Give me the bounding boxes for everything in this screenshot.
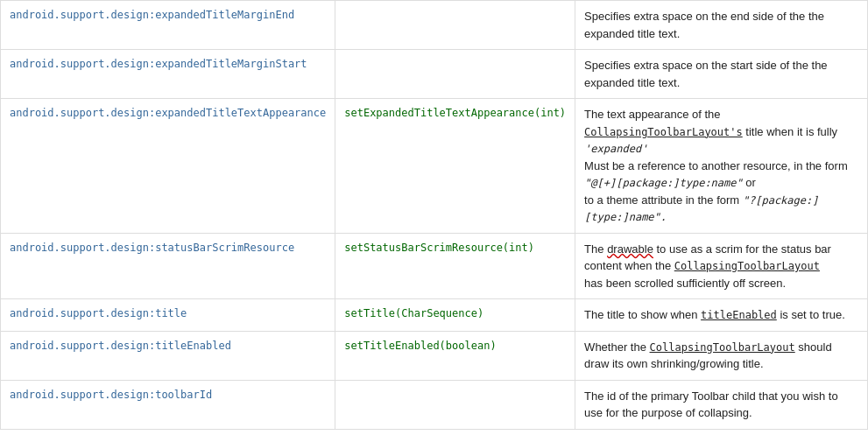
method-cell <box>335 380 575 429</box>
attribute-link[interactable]: android.support.design:title <box>10 307 187 319</box>
attribute-link[interactable]: android.support.design:statusBarScrimRes… <box>10 242 294 254</box>
attribute-link[interactable]: android.support.design:expandedTitleMarg… <box>10 58 307 70</box>
method-cell: setExpandedTitleTextAppearance(int) <box>335 99 575 234</box>
table-row: android.support.design:expandedTitleMarg… <box>1 1 868 50</box>
attribute-cell: android.support.design:expandedTitleMarg… <box>1 1 335 50</box>
description-cell: The title to show when titleEnabled is s… <box>575 299 868 332</box>
description-text: Specifies extra space on the start side … <box>584 57 858 91</box>
attribute-cell: android.support.design:expandedTitleText… <box>1 99 335 234</box>
table-row: android.support.design:titleEnabledsetTi… <box>1 331 868 380</box>
table-row: android.support.design:expandedTitleText… <box>1 99 868 234</box>
attribute-cell: android.support.design:title <box>1 299 335 332</box>
description-cell: The id of the primary Toolbar child that… <box>575 380 868 429</box>
description-text: The drawable to use as a scrim for the s… <box>584 241 858 292</box>
table-row: android.support.design:toolbarIdThe id o… <box>1 380 868 429</box>
attribute-cell: android.support.design:toolbarId <box>1 380 335 429</box>
attribute-link[interactable]: android.support.design:expandedTitleMarg… <box>10 9 294 21</box>
attribute-cell: android.support.design:expandedTitleMarg… <box>1 50 335 99</box>
description-cell: Whether the CollapsingToolbarLayout shou… <box>575 331 868 380</box>
method-cell <box>335 1 575 50</box>
method-cell: setTitleEnabled(boolean) <box>335 331 575 380</box>
attribute-cell: android.support.design:statusBarScrimRes… <box>1 233 335 299</box>
description-text: Specifies extra space on the end side of… <box>584 8 858 42</box>
method-link[interactable]: setTitleEnabled(boolean) <box>344 340 496 352</box>
method-cell: setTitle(CharSequence) <box>335 299 575 332</box>
method-link[interactable]: setStatusBarScrimResource(int) <box>344 242 534 254</box>
attributes-table: android.support.design:expandedTitleMarg… <box>0 0 868 430</box>
description-cell: Specifies extra space on the end side of… <box>575 1 868 50</box>
attribute-cell: android.support.design:titleEnabled <box>1 331 335 380</box>
description-cell: The drawable to use as a scrim for the s… <box>575 233 868 299</box>
method-cell <box>335 50 575 99</box>
method-cell: setStatusBarScrimResource(int) <box>335 233 575 299</box>
method-link[interactable]: setTitle(CharSequence) <box>344 307 483 319</box>
table-row: android.support.design:statusBarScrimRes… <box>1 233 868 299</box>
description-text: The title to show when titleEnabled is s… <box>584 306 858 324</box>
table-row: android.support.design:expandedTitleMarg… <box>1 50 868 99</box>
attribute-link[interactable]: android.support.design:expandedTitleText… <box>10 107 326 119</box>
attribute-link[interactable]: android.support.design:toolbarId <box>10 389 212 401</box>
attribute-link[interactable]: android.support.design:titleEnabled <box>10 340 231 352</box>
description-text: The id of the primary Toolbar child that… <box>584 388 858 422</box>
description-text: Whether the CollapsingToolbarLayout shou… <box>584 339 858 373</box>
description-text: The text appearance of the CollapsingToo… <box>584 106 858 226</box>
description-cell: The text appearance of the CollapsingToo… <box>575 99 868 234</box>
table-row: android.support.design:titlesetTitle(Cha… <box>1 299 868 332</box>
method-link[interactable]: setExpandedTitleTextAppearance(int) <box>344 107 566 119</box>
description-cell: Specifies extra space on the start side … <box>575 50 868 99</box>
